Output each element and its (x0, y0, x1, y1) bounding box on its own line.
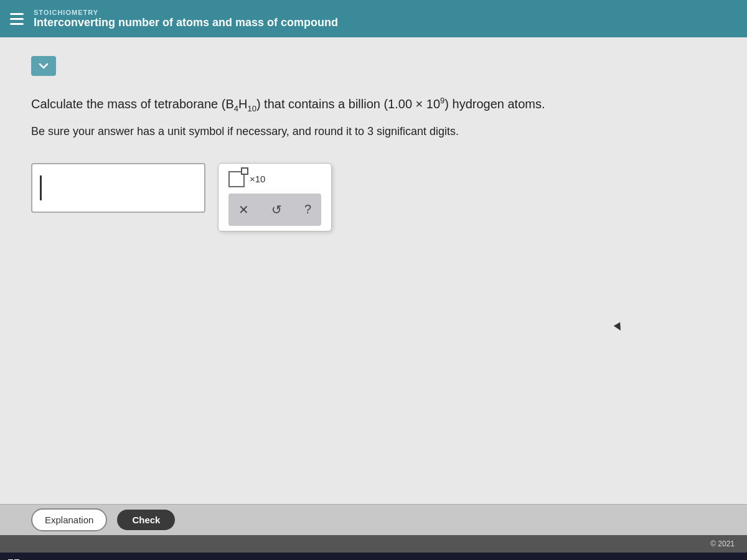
undo-button[interactable]: ↺ (266, 200, 287, 220)
windows-start-button[interactable] (5, 556, 22, 560)
header-title-area: STOICHIOMETRY Interconverting number of … (34, 9, 338, 29)
question-text: Calculate the mass of tetraborane (B4H10… (31, 95, 716, 115)
main-content: Calculate the mass of tetraborane (B4H10… (0, 37, 747, 504)
help-button[interactable]: ? (299, 200, 316, 219)
header-bar: STOICHIOMETRY Interconverting number of … (0, 0, 747, 37)
check-button[interactable]: Check (117, 510, 175, 530)
notation-row: ×10 (228, 171, 321, 187)
copyright-text: © 2021 (710, 539, 735, 548)
clear-button[interactable]: ✕ (233, 200, 254, 220)
notation-label: ×10 (250, 174, 265, 184)
taskbar: 🔍 Type here to search ○ ⎓ 🌐 ≡ ☰ ⎕ ❮ (0, 553, 747, 560)
header-category: STOICHIOMETRY (34, 9, 338, 16)
header-title: Interconverting number of atoms and mass… (34, 16, 338, 29)
text-cursor (40, 175, 42, 200)
explanation-button[interactable]: Explanation (31, 508, 107, 531)
mouse-cursor (614, 322, 624, 332)
notation-popup: ×10 ✕ ↺ ? (218, 163, 332, 231)
chevron-down-button[interactable] (31, 56, 56, 76)
answer-area: ×10 ✕ ↺ ? (31, 163, 716, 231)
answer-input-box[interactable] (31, 163, 205, 213)
notation-box[interactable] (228, 171, 245, 187)
bottom-bar: Explanation Check (0, 504, 747, 535)
action-buttons-row: ✕ ↺ ? (228, 194, 321, 226)
hamburger-menu-icon[interactable] (10, 13, 24, 25)
instruction-text: Be sure your answer has a unit symbol if… (31, 125, 716, 138)
notation-box-small (241, 167, 248, 175)
copyright-bar: © 2021 (0, 535, 747, 553)
